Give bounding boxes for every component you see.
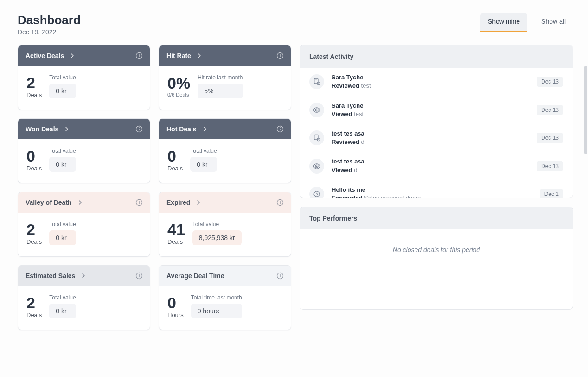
chevron-right-icon — [63, 125, 70, 133]
total-value: 8,925,938 kr — [192, 230, 242, 245]
view-tabs: Show mine Show all — [480, 13, 573, 32]
card-title: Hit Rate — [166, 52, 191, 59]
total-value-label: Total value — [190, 148, 217, 154]
svg-rect-20 — [280, 202, 280, 204]
info-icon[interactable] — [135, 272, 143, 280]
total-value-label: Total value — [192, 221, 242, 228]
panel-title: Latest Activity — [300, 46, 573, 68]
activity-text: test tes asaViewed d — [332, 157, 529, 174]
svg-rect-2 — [139, 55, 139, 57]
total-value-label: Total value — [49, 148, 76, 154]
activity-text: Hello its meForwarded Sales proposal dem… — [332, 186, 532, 198]
view-icon — [309, 103, 324, 117]
tab-show-all[interactable]: Show all — [534, 13, 573, 31]
activity-date: Dec 13 — [537, 105, 563, 115]
card-valley-of-death[interactable]: Valley of Death 2 Deals Total value — [18, 192, 150, 257]
info-icon[interactable] — [276, 198, 284, 207]
deal-count: 2 — [26, 75, 35, 91]
review-icon — [309, 130, 324, 145]
chevron-right-icon — [80, 272, 87, 280]
svg-rect-17 — [280, 129, 280, 130]
activity-date: Dec 13 — [537, 161, 563, 171]
total-value-label: Total value — [49, 294, 76, 301]
svg-point-7 — [139, 201, 140, 202]
deal-unit: Deals — [26, 238, 42, 245]
svg-point-30 — [314, 191, 320, 197]
svg-rect-14 — [280, 55, 280, 57]
deal-unit: Deals — [167, 238, 183, 245]
avg-deal-value: 0 hours — [191, 304, 242, 318]
card-won-deals[interactable]: Won Deals 0 Deals Total value 0 — [18, 118, 150, 183]
forward-icon — [309, 187, 324, 198]
svg-point-16 — [280, 127, 281, 128]
tab-show-mine[interactable]: Show mine — [480, 13, 527, 32]
page-title: Dashboard — [18, 13, 81, 27]
info-icon[interactable] — [276, 125, 284, 133]
chevron-right-icon — [195, 199, 202, 206]
activity-text: Sara TycheReviewed test — [332, 73, 529, 90]
deal-count: 41 — [167, 221, 185, 237]
card-title: Hot Deals — [166, 125, 197, 133]
chevron-right-icon — [69, 52, 76, 59]
svg-point-13 — [280, 54, 281, 55]
hit-rate-label: Hit rate last month — [198, 74, 243, 81]
card-hot-deals[interactable]: Hot Deals 0 Deals Total value 0 — [159, 118, 291, 183]
svg-rect-11 — [139, 275, 139, 277]
info-icon[interactable] — [135, 52, 143, 60]
svg-rect-23 — [280, 275, 280, 277]
page-date: Dec 19, 2022 — [18, 28, 81, 36]
info-icon[interactable] — [135, 198, 143, 207]
card-active-deals[interactable]: Active Deals 2 Deals Total value — [18, 45, 150, 110]
card-average-deal-time[interactable]: Average Deal Time 0 Hours Total time las… — [159, 265, 291, 330]
chevron-right-icon — [201, 125, 209, 133]
activity-row[interactable]: Sara TycheViewed testDec 13 — [300, 96, 573, 124]
svg-point-29 — [316, 165, 318, 167]
total-value-label: Total value — [49, 74, 76, 81]
chevron-right-icon — [77, 199, 84, 206]
hours-count: 0 — [167, 295, 176, 311]
svg-point-1 — [139, 54, 140, 55]
svg-point-22 — [280, 274, 281, 275]
activity-row[interactable]: test tes asaViewed dDec 13 — [300, 152, 573, 180]
card-title: Active Deals — [26, 52, 64, 59]
deal-unit: Deals — [26, 312, 42, 318]
hit-rate-deals: 0/6 Deals — [167, 92, 189, 98]
svg-point-19 — [280, 201, 281, 202]
card-title: Won Deals — [26, 125, 58, 133]
card-title: Average Deal Time — [166, 272, 224, 280]
card-title: Expired — [166, 199, 190, 206]
activity-text: test tes asaReviewed d — [332, 130, 529, 146]
total-value: 0 kr — [49, 304, 76, 318]
card-estimated-sales[interactable]: Estimated Sales 2 Deals Total value — [18, 265, 150, 330]
deal-unit: Deals — [26, 91, 42, 98]
hit-rate-percent: 0% — [167, 75, 190, 91]
chevron-right-icon — [196, 52, 203, 59]
card-title: Estimated Sales — [26, 272, 75, 280]
total-value: 0 kr — [49, 230, 76, 245]
card-expired[interactable]: Expired 41 Deals Total value 8, — [159, 192, 291, 257]
total-value: 0 kr — [190, 157, 217, 172]
avg-deal-label: Total time last month — [191, 294, 242, 301]
activity-text: Sara TycheViewed test — [332, 102, 529, 118]
svg-rect-8 — [139, 202, 139, 204]
activity-date: Dec 13 — [537, 133, 563, 143]
activity-row[interactable]: Sara TycheReviewed testDec 13 — [300, 68, 573, 96]
panel-title: Top Performers — [300, 207, 573, 229]
deal-count: 0 — [167, 148, 176, 164]
info-icon[interactable] — [276, 272, 284, 280]
svg-point-26 — [316, 109, 318, 110]
panel-top-performers: Top Performers No closed deals for this … — [300, 207, 573, 310]
total-value: 0 kr — [49, 84, 76, 98]
activity-row[interactable]: Hello its meForwarded Sales proposal dem… — [300, 180, 573, 198]
card-hit-rate[interactable]: Hit Rate 0% 0/6 Deals Hit rate last mont… — [159, 45, 291, 110]
info-icon[interactable] — [135, 125, 143, 133]
panel-latest-activity: Latest Activity Sara TycheReviewed testD… — [300, 45, 573, 198]
review-icon — [309, 74, 324, 89]
scrollbar-indicator[interactable] — [584, 66, 587, 154]
svg-point-4 — [139, 127, 140, 128]
hit-rate-prev: 5% — [198, 84, 243, 98]
info-icon[interactable] — [276, 52, 284, 60]
deal-unit: Deals — [26, 165, 42, 172]
top-performers-empty: No closed deals for this period — [300, 229, 573, 309]
activity-row[interactable]: test tes asaReviewed dDec 13 — [300, 124, 573, 152]
